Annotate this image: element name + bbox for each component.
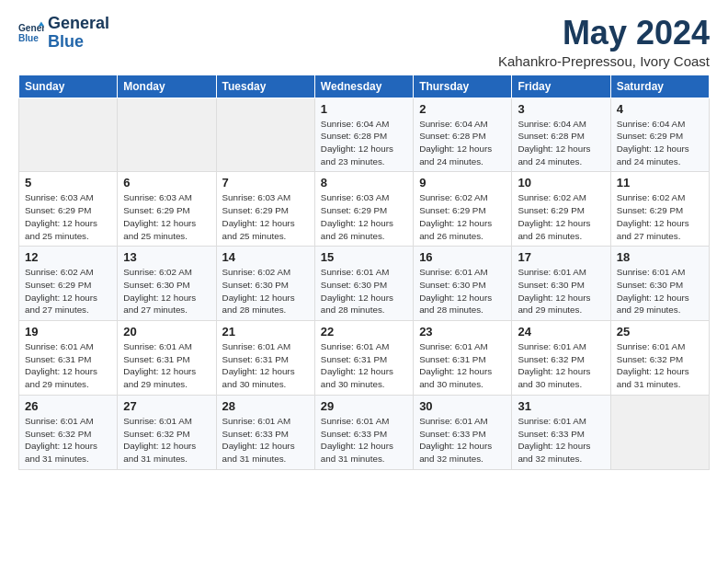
- day-number: 18: [617, 250, 703, 264]
- day-cell: 26Sunrise: 6:01 AM Sunset: 6:32 PM Dayli…: [19, 395, 118, 469]
- day-number: 7: [222, 176, 309, 190]
- day-cell: 30Sunrise: 6:01 AM Sunset: 6:33 PM Dayli…: [414, 395, 512, 469]
- day-cell: 24Sunrise: 6:01 AM Sunset: 6:32 PM Dayli…: [512, 321, 610, 396]
- day-number: 21: [222, 325, 309, 339]
- main-title: May 2024: [498, 15, 710, 52]
- day-number: 28: [222, 399, 309, 413]
- day-number: 13: [123, 250, 210, 264]
- day-info: Sunrise: 6:01 AM Sunset: 6:33 PM Dayligh…: [518, 415, 604, 465]
- day-cell: 23Sunrise: 6:01 AM Sunset: 6:31 PM Dayli…: [414, 321, 512, 396]
- day-cell: 15Sunrise: 6:01 AM Sunset: 6:30 PM Dayli…: [314, 247, 413, 321]
- day-cell: 28Sunrise: 6:01 AM Sunset: 6:33 PM Dayli…: [216, 395, 314, 469]
- logo-icon: General Blue: [18, 20, 44, 46]
- day-number: 23: [419, 325, 506, 339]
- day-cell: 22Sunrise: 6:01 AM Sunset: 6:31 PM Dayli…: [314, 321, 413, 396]
- weekday-wednesday: Wednesday: [314, 75, 413, 98]
- day-cell: 12Sunrise: 6:02 AM Sunset: 6:29 PM Dayli…: [19, 247, 118, 321]
- day-cell: 8Sunrise: 6:03 AM Sunset: 6:29 PM Daylig…: [314, 172, 413, 247]
- calendar-table: SundayMondayTuesdayWednesdayThursdayFrid…: [18, 75, 710, 470]
- subtitle: Kahankro-Prepressou, Ivory Coast: [498, 53, 710, 69]
- day-number: 22: [321, 325, 407, 339]
- day-number: 15: [321, 250, 407, 264]
- day-cell: 10Sunrise: 6:02 AM Sunset: 6:29 PM Dayli…: [512, 172, 610, 247]
- svg-text:Blue: Blue: [18, 33, 39, 43]
- day-cell: 4Sunrise: 6:04 AM Sunset: 6:29 PM Daylig…: [610, 98, 709, 172]
- day-number: 4: [617, 102, 703, 116]
- weekday-friday: Friday: [512, 75, 610, 98]
- day-cell: 16Sunrise: 6:01 AM Sunset: 6:30 PM Dayli…: [414, 247, 512, 321]
- day-info: Sunrise: 6:01 AM Sunset: 6:32 PM Dayligh…: [123, 415, 210, 465]
- week-row-2: 5Sunrise: 6:03 AM Sunset: 6:29 PM Daylig…: [19, 172, 710, 247]
- day-number: 19: [25, 325, 111, 339]
- day-cell: 14Sunrise: 6:02 AM Sunset: 6:30 PM Dayli…: [216, 247, 314, 321]
- day-info: Sunrise: 6:01 AM Sunset: 6:31 PM Dayligh…: [419, 340, 506, 391]
- day-info: Sunrise: 6:02 AM Sunset: 6:30 PM Dayligh…: [123, 266, 210, 316]
- day-number: 20: [123, 325, 210, 339]
- day-number: 29: [321, 399, 407, 413]
- day-cell: 18Sunrise: 6:01 AM Sunset: 6:30 PM Dayli…: [610, 247, 709, 321]
- day-number: 5: [25, 176, 111, 190]
- header: General Blue General Blue May 2024 Kahan…: [18, 15, 710, 69]
- day-number: 11: [617, 176, 703, 190]
- day-cell: 2Sunrise: 6:04 AM Sunset: 6:28 PM Daylig…: [414, 98, 512, 172]
- day-cell: 6Sunrise: 6:03 AM Sunset: 6:29 PM Daylig…: [118, 172, 216, 247]
- day-cell: 17Sunrise: 6:01 AM Sunset: 6:30 PM Dayli…: [512, 247, 610, 321]
- day-cell: 21Sunrise: 6:01 AM Sunset: 6:31 PM Dayli…: [216, 321, 314, 396]
- day-info: Sunrise: 6:01 AM Sunset: 6:30 PM Dayligh…: [321, 266, 407, 316]
- day-cell: 13Sunrise: 6:02 AM Sunset: 6:30 PM Dayli…: [118, 247, 216, 321]
- day-number: 3: [518, 102, 604, 116]
- day-info: Sunrise: 6:03 AM Sunset: 6:29 PM Dayligh…: [222, 191, 309, 242]
- week-row-3: 12Sunrise: 6:02 AM Sunset: 6:29 PM Dayli…: [19, 247, 710, 321]
- day-number: 24: [518, 325, 604, 339]
- day-cell: 5Sunrise: 6:03 AM Sunset: 6:29 PM Daylig…: [19, 172, 118, 247]
- day-cell: [19, 98, 118, 172]
- day-cell: 11Sunrise: 6:02 AM Sunset: 6:29 PM Dayli…: [610, 172, 709, 247]
- day-number: 8: [321, 176, 407, 190]
- weekday-thursday: Thursday: [414, 75, 512, 98]
- day-number: 30: [419, 399, 506, 413]
- day-cell: [610, 395, 709, 469]
- week-row-4: 19Sunrise: 6:01 AM Sunset: 6:31 PM Dayli…: [19, 321, 710, 396]
- day-info: Sunrise: 6:01 AM Sunset: 6:31 PM Dayligh…: [123, 340, 210, 391]
- day-info: Sunrise: 6:04 AM Sunset: 6:28 PM Dayligh…: [321, 118, 407, 168]
- week-row-1: 1Sunrise: 6:04 AM Sunset: 6:28 PM Daylig…: [19, 98, 710, 172]
- day-info: Sunrise: 6:01 AM Sunset: 6:33 PM Dayligh…: [419, 415, 506, 465]
- day-info: Sunrise: 6:02 AM Sunset: 6:30 PM Dayligh…: [222, 266, 309, 316]
- day-info: Sunrise: 6:01 AM Sunset: 6:32 PM Dayligh…: [518, 340, 604, 391]
- day-info: Sunrise: 6:02 AM Sunset: 6:29 PM Dayligh…: [419, 191, 506, 242]
- day-cell: 19Sunrise: 6:01 AM Sunset: 6:31 PM Dayli…: [19, 321, 118, 396]
- day-cell: 3Sunrise: 6:04 AM Sunset: 6:28 PM Daylig…: [512, 98, 610, 172]
- day-cell: 27Sunrise: 6:01 AM Sunset: 6:32 PM Dayli…: [118, 395, 216, 469]
- day-cell: 20Sunrise: 6:01 AM Sunset: 6:31 PM Dayli…: [118, 321, 216, 396]
- day-cell: 7Sunrise: 6:03 AM Sunset: 6:29 PM Daylig…: [216, 172, 314, 247]
- weekday-sunday: Sunday: [19, 75, 118, 98]
- day-info: Sunrise: 6:01 AM Sunset: 6:33 PM Dayligh…: [321, 415, 407, 465]
- weekday-tuesday: Tuesday: [216, 75, 314, 98]
- day-info: Sunrise: 6:01 AM Sunset: 6:33 PM Dayligh…: [222, 415, 309, 465]
- day-cell: 31Sunrise: 6:01 AM Sunset: 6:33 PM Dayli…: [512, 395, 610, 469]
- day-info: Sunrise: 6:02 AM Sunset: 6:29 PM Dayligh…: [25, 266, 111, 316]
- day-number: 14: [222, 250, 309, 264]
- day-info: Sunrise: 6:01 AM Sunset: 6:31 PM Dayligh…: [25, 340, 111, 391]
- day-number: 12: [25, 250, 111, 264]
- day-number: 26: [25, 399, 111, 413]
- day-number: 9: [419, 176, 506, 190]
- day-info: Sunrise: 6:03 AM Sunset: 6:29 PM Dayligh…: [123, 191, 210, 242]
- day-number: 25: [617, 325, 703, 339]
- day-info: Sunrise: 6:02 AM Sunset: 6:29 PM Dayligh…: [518, 191, 604, 242]
- day-number: 2: [419, 102, 506, 116]
- page: General Blue General Blue May 2024 Kahan…: [0, 0, 728, 479]
- day-number: 27: [123, 399, 210, 413]
- day-number: 6: [123, 176, 210, 190]
- day-cell: [118, 98, 216, 172]
- day-info: Sunrise: 6:03 AM Sunset: 6:29 PM Dayligh…: [25, 191, 111, 242]
- logo-text: General Blue: [48, 15, 109, 52]
- day-cell: [216, 98, 314, 172]
- day-cell: 25Sunrise: 6:01 AM Sunset: 6:32 PM Dayli…: [610, 321, 709, 396]
- weekday-saturday: Saturday: [610, 75, 709, 98]
- day-info: Sunrise: 6:01 AM Sunset: 6:31 PM Dayligh…: [222, 340, 309, 391]
- day-info: Sunrise: 6:04 AM Sunset: 6:28 PM Dayligh…: [518, 118, 604, 168]
- day-number: 16: [419, 250, 506, 264]
- day-info: Sunrise: 6:01 AM Sunset: 6:32 PM Dayligh…: [25, 415, 111, 465]
- day-info: Sunrise: 6:01 AM Sunset: 6:30 PM Dayligh…: [518, 266, 604, 316]
